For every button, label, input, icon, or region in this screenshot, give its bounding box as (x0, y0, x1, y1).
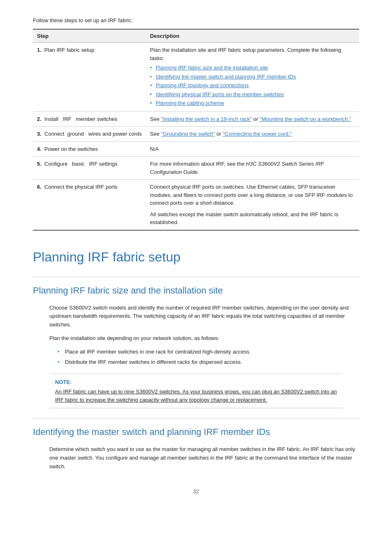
link-mounting-workbench[interactable]: "Mounting the switch on a workbench." (260, 116, 351, 122)
subsection2-title: Identifying the master switch and planni… (33, 425, 359, 439)
note-text: An IRF fabric can have up to nine S3600V… (55, 388, 337, 404)
note-box: NOTE: An IRF fabric can have up to nine … (49, 374, 343, 409)
intro-text: Follow these steps to set up an IRF fabr… (33, 16, 359, 25)
step-3-desc: See "Grounding the switch" or "Connectin… (146, 127, 359, 142)
step-6-desc: Connect physical IRF ports on switches. … (146, 180, 359, 230)
col-header-step: Step (33, 29, 146, 43)
page-number: 32 (33, 488, 359, 496)
step-5-label: 5. Configure basic IRF settings (33, 157, 146, 180)
step-2-label: 2. Install IRF member switches (33, 111, 146, 127)
table-row: 4. Power on the switches N/A (33, 141, 359, 157)
subsection1-para2: Plan the installation site depending on … (49, 334, 359, 343)
bullet-item: Place all IRF member switches in one rac… (58, 348, 359, 356)
step-5-desc: For more information about IRF, see the … (146, 157, 359, 180)
step-1-desc: Plan the installation site and IRF fabri… (146, 43, 359, 112)
subsection1-title: Planning IRF fabric size and the install… (33, 284, 359, 297)
link-identifying-master[interactable]: Identifying the master switch and planni… (156, 74, 296, 80)
subsection2-para1: Determine which switch you want to use a… (49, 445, 359, 471)
step-6-desc-p2: All switches except the master switch au… (150, 210, 355, 227)
setup-table: Step Description 1. Plan IRF fabric setu… (33, 29, 359, 231)
step-6-label: 6. Connect the physical IRF ports (33, 180, 146, 230)
section-sep-1 (33, 277, 359, 277)
note-label: NOTE: (55, 378, 337, 386)
note-text-underlined: An IRF fabric can have up to nine S3600V… (55, 388, 337, 403)
step-3-label: 3. Connect ground wires and power cords (33, 127, 146, 142)
link-identifying-physical[interactable]: Identifying physical IRF ports on the me… (156, 91, 284, 97)
bullet-item: Distribute the IRF member switches in di… (58, 358, 359, 366)
table-row: 1. Plan IRF fabric setup Plan the instal… (33, 43, 359, 112)
step-6-desc-p1: Connect physical IRF ports on switches. … (150, 183, 355, 207)
table-row: 6. Connect the physical IRF ports Connec… (33, 180, 359, 230)
step-1-desc-intro: Plan the installation site and IRF fabri… (150, 47, 341, 61)
step-2-desc: See "Installing the switch in a 19-inch … (146, 111, 359, 127)
link-planning-fabric-size[interactable]: Planning IRF fabric size and the install… (156, 65, 268, 71)
col-header-desc: Description (146, 29, 359, 43)
link-planning-cabling[interactable]: Planning the cabling scheme (156, 100, 224, 106)
link-power-cord[interactable]: "Connecting the power cord." (223, 131, 292, 137)
table-row: 5. Configure basic IRF settings For more… (33, 157, 359, 180)
subsection1-bullets: Place all IRF member switches in one rac… (58, 348, 359, 366)
table-row: 3. Connect ground wires and power cords … (33, 127, 359, 142)
step-5-italic: H3C S3600V2 Switch Series IRF Configurat… (150, 161, 324, 175)
section1-title: Planning IRF fabric setup (33, 247, 359, 267)
section-sep-2 (33, 418, 359, 419)
step-1-label: 1. Plan IRF fabric setup (33, 43, 146, 112)
link-planning-topology[interactable]: Planning IRF topology and connections (156, 82, 249, 88)
link-grounding[interactable]: "Grounding the switch" (161, 131, 215, 137)
step-4-desc: N/A (146, 141, 359, 157)
table-row: 2. Install IRF member switches See "Inst… (33, 111, 359, 127)
subsection1-para1: Choose S3600V2 switch models and identif… (49, 304, 359, 329)
link-installing-rack[interactable]: "Installing the switch in a 19-inch rack… (161, 116, 252, 122)
step-1-bullets: Planning IRF fabric size and the install… (150, 64, 355, 107)
step-4-label: 4. Power on the switches (33, 141, 146, 157)
